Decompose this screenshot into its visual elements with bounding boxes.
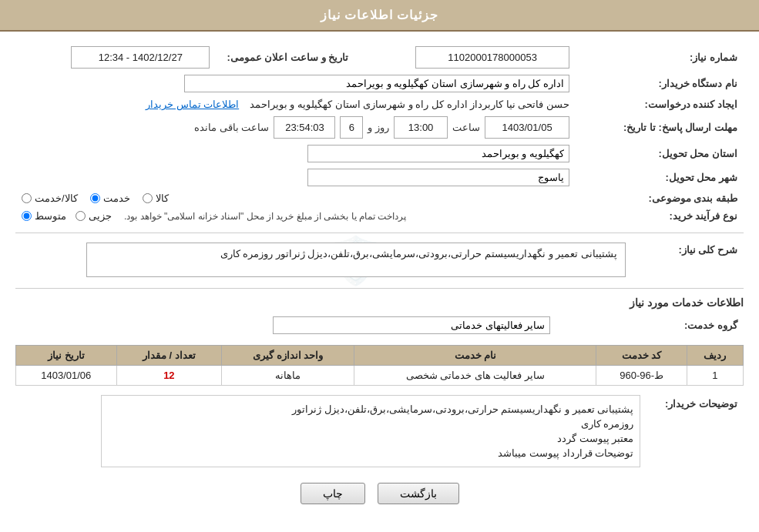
row-sharh: شرح کلی نیاز: 🛡️ پشتیبانی تعمیر و نگهدار… — [15, 239, 744, 280]
ijad-konande-text: حسن فاتحی نیا کاربرداز اداره کل راه و شه… — [250, 99, 569, 110]
row-nooe: نوع فرآیند خرید: متوسط جزیی — [15, 207, 744, 225]
cell-nam: سایر فعالیت های خدماتی شخصی — [354, 366, 596, 386]
row-shomara-niaz: شماره نیاز: 1102000178000053 تاریخ و ساع… — [15, 43, 744, 72]
nooe-row: متوسط جزیی پرداخت تمام یا بخشی از مبلغ خ… — [22, 210, 569, 222]
col-vahed: واحد اندازه گیری — [222, 346, 354, 366]
radio-motavaset[interactable]: متوسط — [22, 210, 66, 222]
nooe-label: نوع فرآیند خرید: — [576, 207, 744, 225]
page-header: جزئیات اطلاعات نیاز — [0, 0, 759, 32]
sharh-label: شرح کلی نیاز: — [632, 239, 744, 280]
sharh-box: پشتیبانی تعمیر و نگهداریسیستم حرارتی،برو… — [86, 243, 626, 277]
cell-radif: 1 — [687, 366, 743, 386]
ostan-value-cell — [15, 142, 576, 166]
col-nam: نام خدمت — [354, 346, 596, 366]
col-kod: کد خدمت — [596, 346, 687, 366]
cell-vahed: ماهانه — [222, 366, 354, 386]
print-button[interactable]: چاپ — [301, 483, 365, 504]
tawzeehat-line: روزمره کاری — [108, 417, 633, 431]
tabaqe-radio-group: کالا/خدمت خدمت کالا — [22, 192, 569, 204]
cell-tarikh: 1403/01/06 — [16, 366, 117, 386]
radio-jozi-input[interactable] — [76, 211, 86, 221]
tawzeehat-label: توضیحات خریدار: — [646, 392, 744, 470]
date-time-row: 1403/01/05 ساعت 13:00 روز و 6 23:5 — [22, 116, 569, 139]
mohlat-label: مهلت ارسال پاسخ: تا تاریخ: — [576, 113, 744, 142]
remaining-label: ساعت باقی مانده — [194, 122, 269, 133]
back-button[interactable]: بازگشت — [378, 483, 459, 504]
separator-1 — [15, 233, 744, 233]
cell-kod: ط-96-960 — [596, 366, 687, 386]
sharh-table: شرح کلی نیاز: 🛡️ پشتیبانی تعمیر و نگهدار… — [15, 239, 744, 280]
shomara-niaz-box: 1102000178000053 — [415, 46, 569, 69]
radio-kala-input[interactable] — [143, 193, 153, 203]
tawzeehat-container: 🛡️ پشتیبانی تعمیر و نگهداریسیستم حرارتی،… — [22, 395, 640, 467]
grooh-value-cell — [15, 313, 556, 337]
sharh-text: پشتیبانی تعمیر و نگهداریسیستم حرارتی،برو… — [220, 248, 617, 259]
sharh-value-cell: 🛡️ پشتیبانی تعمیر و نگهداریسیستم حرارتی،… — [15, 239, 632, 280]
separator-2 — [15, 288, 744, 289]
mohlat-value-cell: 1403/01/05 ساعت 13:00 روز و 6 23:5 — [15, 113, 576, 142]
radio-jozi-label: جزیی — [89, 210, 112, 222]
main-content: شماره نیاز: 1102000178000053 تاریخ و ساع… — [0, 32, 759, 516]
grooh-table: گروه خدمت: — [15, 313, 744, 337]
tawzeehat-table: توضیحات خریدار: 🛡️ پشتیبانی تعمیر و نگهد… — [15, 392, 744, 470]
rooz-box: 6 — [340, 116, 363, 139]
row-nam-dastgah: نام دستگاه خریدار: — [15, 72, 744, 95]
button-row: چاپ بازگشت — [15, 483, 744, 504]
col-tedaad: تعداد / مقدار — [116, 346, 222, 366]
nam-dastgah-value-cell — [15, 72, 576, 95]
tawzeehat-line: معتبر پیوست گردد — [108, 431, 633, 446]
radio-khadamat-input[interactable] — [90, 193, 100, 203]
row-ostan: استان محل تحویل: — [15, 142, 744, 166]
shomara-niaz-value: 1102000178000053 — [354, 43, 576, 72]
nooe-value-cell: متوسط جزیی پرداخت تمام یا بخشی از مبلغ خ… — [15, 207, 576, 225]
tabaqe-value-cell: کالا/خدمت خدمت کالا — [15, 189, 576, 207]
page-wrapper: جزئیات اطلاعات نیاز شماره نیاز: 11020001… — [0, 0, 759, 532]
date-box: 1403/01/05 — [485, 116, 569, 139]
tawzeehat-line: توضیحات قرارداد پیوست میباشد — [108, 446, 633, 460]
shahr-input — [307, 169, 569, 186]
nam-dastgah-input — [184, 75, 569, 92]
row-ijad-konande: ایجاد کننده درخواست: حسن فاتحی نیا کاربر… — [15, 95, 744, 113]
services-table: ردیف کد خدمت نام خدمت واحد اندازه گیری ت… — [15, 345, 744, 386]
nam-dastgah-label: نام دستگاه خریدار: — [576, 72, 744, 95]
tawzeehat-box: پشتیبانی تعمیر و نگهداریسیستم حرارتی،برو… — [101, 395, 640, 467]
khadamat-section-title: اطلاعات خدمات مورد نیاز — [15, 296, 744, 309]
info-table: شماره نیاز: 1102000178000053 تاریخ و ساع… — [15, 43, 744, 225]
col-radif: ردیف — [687, 346, 743, 366]
radio-kala[interactable]: کالا — [143, 192, 169, 204]
ijad-konande-value-cell: حسن فاتحی نیا کاربرداز اداره کل راه و شه… — [15, 95, 576, 113]
tarikh-aalan-label: تاریخ و ساعت اعلان عمومی: — [227, 52, 349, 63]
radio-jozi[interactable]: جزیی — [76, 210, 112, 222]
nooe-description: پرداخت تمام یا بخشی از مبلغ خرید از محل … — [124, 211, 406, 222]
tabaqe-label: طبقه بندی موضوعی: — [576, 189, 744, 207]
time-label: ساعت — [452, 122, 480, 133]
services-header-row: ردیف کد خدمت نام خدمت واحد اندازه گیری ت… — [16, 346, 744, 366]
shomara-niaz-label: شماره نیاز: — [576, 43, 744, 72]
row-tawzeehat: توضیحات خریدار: 🛡️ پشتیبانی تعمیر و نگهد… — [15, 392, 744, 470]
shahr-label: شهر محل تحویل: — [576, 166, 744, 189]
radio-khadamat[interactable]: خدمت — [90, 192, 130, 204]
rooz-label: روز و — [368, 122, 389, 133]
shahr-value-cell — [15, 166, 576, 189]
ostan-input — [307, 145, 569, 162]
col-tarikh: تاریخ نیاز — [16, 346, 117, 366]
tawzeehat-value-cell: 🛡️ پشتیبانی تعمیر و نگهداریسیستم حرارتی،… — [15, 392, 646, 470]
tawzeehat-line: پشتیبانی تعمیر و نگهداریسیستم حرارتی،برو… — [108, 402, 633, 417]
tarikh-aalan-box: 1402/12/27 - 12:34 — [71, 46, 210, 69]
radio-motavaset-input[interactable] — [22, 211, 32, 221]
ijad-konande-label: ایجاد کننده درخواست: — [576, 95, 744, 113]
sharh-container: 🛡️ پشتیبانی تعمیر و نگهداریسیستم حرارتی،… — [86, 243, 626, 277]
table-row: 1 ط-96-960 سایر فعالیت های خدماتی شخصی م… — [16, 366, 744, 386]
radio-khadamat-label: خدمت — [103, 192, 130, 204]
row-tabaqe: طبقه بندی موضوعی: کالا/خدمت خدمت — [15, 189, 744, 207]
radio-kala-khadamat[interactable]: کالا/خدمت — [22, 192, 78, 204]
ettelaat-link[interactable]: اطلاعات تماس خریدار — [146, 99, 239, 110]
grooh-label: گروه خدمت: — [556, 313, 744, 337]
remaining-box: 23:54:03 — [274, 116, 335, 139]
grooh-input — [273, 316, 550, 334]
tarikh-aalan-label-cell: تاریخ و ساعت اعلان عمومی: — [216, 43, 354, 72]
radio-kala-label: کالا — [156, 192, 169, 204]
cell-tedaad: 12 — [116, 366, 222, 386]
radio-kala-khadamat-input[interactable] — [22, 193, 32, 203]
ostan-label: استان محل تحویل: — [576, 142, 744, 166]
